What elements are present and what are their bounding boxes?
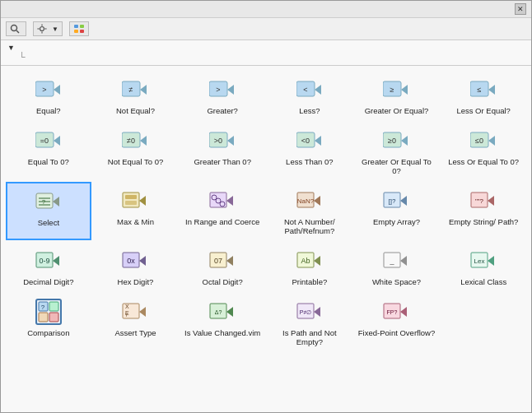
svg-marker-19 (227, 85, 234, 95)
svg-text:<0: <0 (301, 137, 310, 145)
select-icon: ? (34, 187, 63, 216)
search-icon (10, 24, 20, 34)
function-item-in-range-coerce[interactable]: In Range and Coerce (180, 182, 265, 240)
customize-dropdown-arrow: ▼ (52, 26, 58, 33)
function-item-less[interactable]: < Less? (267, 71, 352, 120)
octal-digit-label: Octal Digit? (203, 277, 243, 286)
svg-text:≤0: ≤0 (475, 137, 483, 145)
svg-marker-13 (54, 85, 60, 95)
svg-rect-53 (123, 193, 139, 207)
less-than-0-icon: <0 (295, 126, 324, 155)
svg-text:Lex: Lex (474, 258, 485, 265)
lexical-class-label: Lexical Class (460, 277, 506, 286)
svg-marker-16 (140, 85, 147, 95)
function-item-greater[interactable]: > Greater? (180, 71, 265, 120)
function-item-empty-array[interactable]: []? Empty Array? (354, 182, 440, 240)
close-button[interactable]: ✕ (515, 3, 526, 15)
greater-than-0-icon: >0 (208, 126, 237, 155)
equal-label: Equal? (36, 106, 61, 115)
less-than-0-label: Less Than 0? (286, 157, 333, 166)
function-item-fixed-point-overflow[interactable]: FP? Fixed-Point Overflow? (354, 293, 440, 351)
not-equal-to-0-label: Not Equal To 0? (108, 157, 163, 166)
svg-marker-22 (315, 85, 321, 95)
function-item-not-equal-to-0[interactable]: ≠0 Not Equal To 0? (93, 122, 179, 180)
functions-grid-container: > Equal? ≠ Not Equal? > Greater? < Less?… (1, 66, 531, 412)
comparison-icon: ? (34, 297, 63, 327)
function-item-printable[interactable]: Ab Printable? (267, 242, 352, 291)
function-item-white-space[interactable]: _ White Space? (354, 242, 440, 291)
function-item-assert-type[interactable]: X E Y Assert Type (93, 293, 179, 351)
svg-rect-8 (80, 25, 84, 28)
function-item-less-than-0[interactable]: <0 Less Than 0? (267, 122, 352, 180)
svg-rect-91 (49, 302, 58, 311)
svg-line-1 (16, 30, 19, 33)
select-label: Select (38, 218, 59, 227)
svg-text:P≠∅: P≠∅ (300, 309, 312, 315)
fixed-point-overflow-label: Fixed-Point Overflow? (358, 328, 435, 337)
svg-text:X: X (125, 304, 129, 309)
svg-text:≠: ≠ (129, 86, 133, 94)
svg-marker-108 (400, 307, 407, 317)
function-item-lexical-class[interactable]: Lex Lexical Class (441, 242, 526, 291)
svg-marker-99 (139, 307, 146, 317)
svg-marker-64 (314, 196, 320, 206)
not-equal-icon: ≠ (120, 75, 150, 104)
svg-text:>0: >0 (214, 137, 222, 145)
customize-button[interactable]: ▼ (33, 21, 63, 36)
decimal-digit-label: Decimal Digit? (23, 277, 73, 286)
empty-string-path-label: Empty String/ Path? (449, 217, 518, 226)
function-item-is-value-changed[interactable]: Δ? Is Value Changed.vim (180, 293, 265, 351)
white-space-label: White Space? (372, 277, 421, 286)
function-item-select[interactable]: ? Select (6, 182, 91, 240)
empty-array-label: Empty Array? (373, 217, 420, 226)
function-item-equal-to-0[interactable]: =0 Equal To 0? (6, 122, 91, 180)
function-item-equal[interactable]: > Equal? (6, 71, 91, 120)
max-min-label: Max & Min (117, 217, 154, 226)
svg-text:[]?: []? (389, 197, 396, 205)
svg-marker-31 (54, 136, 60, 146)
svg-marker-48 (53, 197, 59, 206)
function-item-less-or-equal-to-0[interactable]: ≤0 Less Or Equal To 0? (441, 122, 526, 180)
svg-point-0 (12, 26, 17, 31)
function-item-hex-digit[interactable]: 0x Hex Digit? (93, 242, 179, 291)
lexical-class-icon: Lex (469, 246, 498, 276)
not-equal-to-0-icon: ≠0 (120, 126, 150, 155)
breadcrumb-comparison-row: └ (19, 52, 525, 62)
function-item-comparison[interactable]: ? Comparison (6, 293, 91, 351)
function-item-is-path-not-empty[interactable]: P≠∅ Is Path and Not Empty? (267, 293, 352, 351)
function-item-not-a-number[interactable]: NaN? Not A Number/ Path/Refnum? (267, 182, 352, 240)
in-range-coerce-icon (208, 186, 237, 216)
function-item-octal-digit[interactable]: 07 Octal Digit? (180, 242, 265, 291)
expand-icon[interactable]: ▼ (7, 44, 15, 52)
greater-or-equal-icon: ≥ (381, 75, 411, 104)
palette-button[interactable] (69, 21, 89, 36)
svg-rect-57 (210, 193, 226, 207)
decimal-digit-icon: 0-9 (34, 246, 63, 276)
function-item-greater-or-equal-to-0[interactable]: ≥0 Greater Or Equal To 0? (354, 122, 440, 180)
search-button[interactable] (6, 21, 26, 36)
customize-icon (37, 24, 47, 34)
svg-text:>: > (42, 86, 46, 94)
svg-marker-79 (226, 256, 233, 266)
greater-icon: > (208, 75, 237, 104)
function-item-empty-string-path[interactable]: ""? Empty String/ Path? (441, 182, 526, 240)
not-a-number-icon: NaN? (295, 186, 324, 216)
function-item-max-min[interactable]: Max & Min (93, 182, 179, 240)
hex-digit-icon: 0x (120, 246, 150, 276)
svg-rect-54 (125, 195, 137, 199)
svg-marker-56 (139, 196, 146, 206)
not-equal-label: Not Equal? (116, 106, 155, 115)
functions-window: ✕ ▼ (0, 0, 532, 413)
comparison-label: Comparison (27, 328, 69, 337)
function-item-greater-or-equal[interactable]: ≥ Greater Or Equal? (354, 71, 440, 120)
palette-icon (73, 24, 85, 34)
breadcrumb-programming-row: ▼ (7, 44, 525, 52)
svg-text:≤: ≤ (478, 86, 482, 94)
function-item-decimal-digit[interactable]: 0-9 Decimal Digit? (6, 242, 91, 291)
breadcrumb-tree: ▼ └ (7, 44, 525, 62)
is-value-changed-icon: Δ? (208, 297, 237, 327)
toolbar: ▼ (1, 18, 531, 40)
function-item-greater-than-0[interactable]: >0 Greater Than 0? (180, 122, 265, 180)
function-item-not-equal[interactable]: ≠ Not Equal? (93, 71, 179, 120)
function-item-less-or-equal[interactable]: ≤ Less Or Equal? (441, 71, 526, 120)
